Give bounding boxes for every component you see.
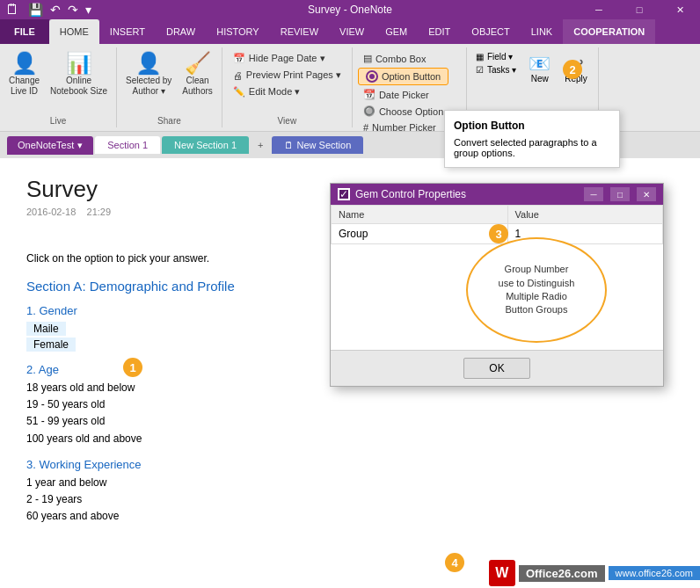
question-2-subject: Age bbox=[39, 363, 59, 376]
tab-view[interactable]: VIEW bbox=[329, 19, 375, 44]
combo-icon: ▤ bbox=[363, 53, 372, 64]
badge-annotation-1: 1 bbox=[123, 358, 142, 377]
tab-file[interactable]: FILE bbox=[0, 19, 49, 44]
window-controls: ─ □ ✕ bbox=[579, 0, 700, 19]
tab-review[interactable]: REVIEW bbox=[270, 19, 329, 44]
ribbon-tab-bar: FILE HOME INSERT DRAW HISTORY REVIEW VIE… bbox=[0, 19, 700, 44]
window-title: Survey - OneNote bbox=[308, 4, 392, 16]
dialog-footer: OK bbox=[331, 350, 663, 386]
dialog-icon: ✓ bbox=[338, 188, 350, 200]
notebook-title[interactable]: OneNoteTest ▾ bbox=[7, 136, 93, 155]
choice-5199: 51 - 99 years old bbox=[26, 413, 674, 430]
choice-2-19: 2 - 19 years bbox=[26, 491, 674, 508]
dialog-close-btn[interactable]: ✕ bbox=[637, 187, 656, 201]
field-btn[interactable]: ▦ Field ▾ bbox=[472, 51, 520, 62]
author-icon: 👤 bbox=[135, 53, 162, 74]
tooltip-title: Option Button bbox=[454, 120, 610, 132]
title-bar: 🗒 💾 ↶ ↷ ▾ Survey - OneNote ─ □ ✕ bbox=[0, 0, 700, 19]
badge-annotation-3: 3 bbox=[489, 224, 508, 243]
date-picker-btn[interactable]: 📆 Date Picker bbox=[358, 87, 434, 102]
question-1-subject: Gender bbox=[39, 304, 77, 317]
tooltip-popup: Option Button Convert selected paragraph… bbox=[444, 110, 620, 168]
live-buttons: 👤 ChangeLive ID 📊 OnlineNotebook Size bbox=[5, 47, 111, 114]
question-3-subject: Working Experience bbox=[39, 458, 141, 471]
ribbon-group-view: 📅 Hide Page Date ▾ 🖨 Preview Print Pages… bbox=[222, 47, 353, 127]
option-button-btn[interactable]: Option Button bbox=[358, 68, 448, 85]
online-notebook-size-btn[interactable]: 📊 OnlineNotebook Size bbox=[47, 51, 111, 98]
choice-maile[interactable]: Maile bbox=[26, 322, 66, 336]
save-btn[interactable]: 💾 bbox=[26, 3, 45, 17]
ribbon-group-live: 👤 ChangeLive ID 📊 OnlineNotebook Size Li… bbox=[0, 47, 117, 127]
tooltip-description: Convert selected paragraphs to a group o… bbox=[454, 137, 610, 158]
datepicker-icon: 📆 bbox=[363, 89, 376, 100]
clean-authors-btn[interactable]: 🧹 CleanAuthors bbox=[179, 51, 215, 98]
dialog-titlebar: ✓ Gem Control Properties ─ □ ✕ bbox=[331, 184, 663, 205]
ok-button[interactable]: OK bbox=[463, 358, 529, 379]
choose-option-btn[interactable]: 🔘 Choose Option bbox=[358, 104, 448, 119]
tasks-icon: ☑ bbox=[476, 65, 484, 75]
callout-text: Group Numberuse to DistinguishMultiple R… bbox=[499, 263, 575, 317]
choice-female[interactable]: Female bbox=[26, 338, 76, 352]
notebook-icon: 📊 bbox=[66, 53, 92, 74]
watermark: W Office26.com www.office26.com bbox=[489, 560, 700, 586]
radio-icon bbox=[366, 70, 378, 83]
close-btn[interactable]: ✕ bbox=[660, 0, 700, 19]
badge-annotation-4: 4 bbox=[445, 553, 464, 572]
chooseoption-icon: 🔘 bbox=[363, 105, 376, 117]
tab-gem[interactable]: GEM bbox=[375, 19, 418, 44]
view-buttons: 📅 Hide Page Date ▾ 🖨 Preview Print Pages… bbox=[228, 47, 346, 114]
section-tab-new2[interactable]: 🗒 New Section bbox=[272, 136, 363, 154]
selected-by-author-btn[interactable]: 👤 Selected byAuthor ▾ bbox=[122, 51, 175, 98]
share-group-label: Share bbox=[122, 114, 216, 127]
question-3-label: 3. Working Experience bbox=[26, 458, 674, 471]
tasks-btn[interactable]: ☑ Tasks ▾ bbox=[472, 64, 520, 76]
tab-link[interactable]: LINK bbox=[521, 19, 563, 44]
quick-access-toolbar: 💾 ↶ ↷ ▾ bbox=[23, 3, 97, 17]
section-tab-1[interactable]: Section 1 bbox=[95, 136, 160, 154]
hide-page-date-btn[interactable]: 📅 Hide Page Date ▾ bbox=[228, 51, 331, 66]
minimize-btn[interactable]: ─ bbox=[579, 0, 619, 19]
liveid-icon: 👤 bbox=[11, 53, 38, 74]
tab-insert[interactable]: INSERT bbox=[99, 19, 156, 44]
share-buttons: 👤 Selected byAuthor ▾ 🧹 CleanAuthors bbox=[122, 47, 216, 114]
preview-print-pages-btn[interactable]: 🖨 Preview Print Pages ▾ bbox=[228, 68, 346, 83]
field-icon: ▦ bbox=[476, 52, 484, 62]
choice-1950: 19 - 50 years old bbox=[26, 396, 674, 413]
print-icon: 🖨 bbox=[233, 70, 243, 81]
maximize-btn[interactable]: □ bbox=[619, 0, 660, 19]
notebook-label: OneNoteTest bbox=[18, 140, 74, 150]
col-value-header: Value bbox=[507, 206, 663, 224]
tab-draw[interactable]: DRAW bbox=[156, 19, 206, 44]
new-email-btn[interactable]: 📧 New bbox=[523, 51, 556, 85]
clean-icon: 🧹 bbox=[185, 53, 211, 74]
watermark-url: www.office26.com bbox=[609, 566, 700, 580]
choice-100above: 100 years old and above bbox=[26, 431, 674, 447]
prop-name-group: Group bbox=[332, 224, 508, 244]
dialog-maximize-btn[interactable]: □ bbox=[610, 187, 630, 201]
ribbon-group-share: 👤 Selected byAuthor ▾ 🧹 CleanAuthors Sha… bbox=[117, 47, 222, 127]
badge-2: 2 bbox=[563, 60, 582, 79]
combo-box-btn[interactable]: ▤ Combo Box bbox=[358, 51, 431, 66]
dialog-minimize-btn[interactable]: ─ bbox=[584, 187, 603, 201]
live-group-label: Live bbox=[5, 114, 111, 127]
outlook-buttons: ▦ Field ▾ ☑ Tasks ▾ 📧 New ↩ Reply bbox=[472, 47, 593, 114]
col-name-header: Name bbox=[332, 206, 508, 224]
choice-1year: 1 year and below bbox=[26, 475, 674, 491]
change-liveid-btn[interactable]: 👤 ChangeLive ID bbox=[5, 51, 43, 98]
redo-btn[interactable]: ↷ bbox=[66, 3, 80, 17]
tab-home[interactable]: HOME bbox=[49, 19, 99, 44]
hide-date-icon: 📅 bbox=[233, 53, 245, 64]
edit-mode-btn[interactable]: ✏️ Edit Mode ▾ bbox=[228, 84, 306, 99]
tab-cooperation[interactable]: COOPERATION bbox=[563, 19, 655, 44]
choice-60above: 60 years and above bbox=[26, 508, 674, 525]
undo-btn[interactable]: ↶ bbox=[48, 3, 62, 17]
more-btn[interactable]: ▾ bbox=[84, 3, 93, 17]
question-2-choices: 18 years old and below 19 - 50 years old… bbox=[26, 380, 674, 447]
section-tab-new1[interactable]: New Section 1 bbox=[162, 136, 249, 154]
watermark-logo: W bbox=[489, 560, 515, 586]
notebook-chevron: ▾ bbox=[77, 140, 83, 151]
tab-object[interactable]: OBJECT bbox=[461, 19, 520, 44]
tab-edit[interactable]: EDIT bbox=[418, 19, 461, 44]
add-section-btn[interactable]: + bbox=[251, 136, 270, 154]
tab-history[interactable]: HISTORY bbox=[206, 19, 270, 44]
